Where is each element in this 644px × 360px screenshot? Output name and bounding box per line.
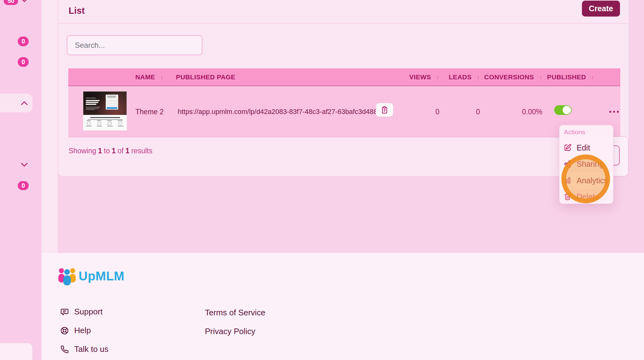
thumbnail-cta-button — [107, 107, 117, 109]
trash-icon — [564, 193, 572, 201]
sidebar-count-badge-1: 0 — [18, 37, 29, 46]
page-title: List — [69, 6, 85, 16]
actions-menu: Actions Edit Sharing Analy — [559, 125, 613, 204]
upmlm-logo-icon — [57, 267, 77, 286]
copy-url-button[interactable] — [376, 103, 393, 117]
chevron-up-icon[interactable] — [21, 101, 28, 105]
footer-background — [41, 253, 644, 360]
analytics-icon — [564, 176, 572, 185]
list-card: List Create NAME ↑↓ PUBLISHED PAGE VIEWS… — [58, 0, 629, 176]
chevron-down-icon[interactable] — [21, 163, 28, 167]
thumbnail-hero — [83, 91, 127, 115]
lifebuoy-icon — [60, 326, 69, 335]
menu-item-edit[interactable]: Edit — [559, 140, 614, 156]
footer-link-privacy[interactable]: Privacy Policy — [205, 327, 255, 336]
card-header: List Create — [58, 0, 629, 23]
menu-item-analytics[interactable]: Analytics — [559, 172, 614, 189]
edit-icon — [564, 144, 572, 152]
actions-menu-label: Actions — [564, 128, 585, 136]
table-header: NAME ↑↓ PUBLISHED PAGE VIEWS ↑↓ LEADS ↑↓… — [68, 68, 620, 86]
menu-item-delete[interactable]: Delete — [559, 189, 614, 205]
content-gutter — [41, 0, 58, 253]
column-header-conversions[interactable]: CONVERSIONS ↑↓ — [483, 68, 542, 86]
create-button[interactable]: Create — [582, 1, 620, 17]
landing-page-thumbnail[interactable] — [83, 91, 127, 130]
column-header-published[interactable]: PUBLISHED ↑↓ — [549, 68, 594, 86]
sort-icon: ↑↓ — [589, 74, 594, 80]
chevron-down-icon — [21, 0, 28, 2]
sidebar-bottom-panel — [0, 343, 33, 360]
row-name: Theme 2 — [135, 86, 164, 137]
sort-icon: ↑↓ — [434, 74, 439, 80]
sort-icon: ↑↓ — [474, 74, 480, 80]
thumbnail-form — [106, 95, 118, 110]
footer-link-terms[interactable]: Terms of Service — [205, 308, 265, 318]
published-toggle[interactable] — [554, 105, 572, 115]
search-input[interactable] — [67, 35, 202, 55]
toggle-knob — [563, 106, 571, 114]
brand-name: UpMLM — [79, 269, 124, 283]
footer-link-help[interactable]: Help — [60, 326, 91, 335]
row-conversions: 0.00% — [483, 86, 542, 137]
thumbnail-lower-section — [83, 115, 127, 130]
sidebar: 50 0 0 0 — [0, 0, 41, 360]
row-published-url: https://app.upmlm.com/lp/d42a2083-83f7-4… — [178, 86, 381, 137]
sidebar-selected-item[interactable] — [0, 94, 32, 112]
sidebar-count-badge-top: 50 — [4, 0, 18, 5]
table-row: Theme 2 https://app.upmlm.com/lp/d42a208… — [68, 86, 620, 137]
row-leads: 0 — [439, 86, 480, 137]
footer-link-support[interactable]: Support — [60, 307, 103, 317]
phone-icon — [60, 345, 69, 354]
footer-link-talk-to-us[interactable]: Talk to us — [60, 344, 109, 354]
column-header-views[interactable]: VIEWS ↑↓ — [399, 68, 439, 86]
sidebar-count-badge-3: 0 — [18, 181, 29, 190]
share-icon — [564, 160, 572, 168]
sort-icon: ↑↓ — [537, 74, 542, 80]
chat-bubble-icon — [60, 308, 69, 316]
column-header-leads[interactable]: LEADS ↑↓ — [439, 68, 480, 86]
sidebar-count-badge-2: 0 — [18, 57, 29, 67]
row-views: 0 — [399, 86, 439, 137]
sort-icon: ↑↓ — [158, 74, 163, 80]
app-root: 50 0 0 0 List Create NAME ↑↓ — [0, 0, 644, 360]
clipboard-icon — [380, 106, 389, 114]
results-summary: Showing1to1of1results — [69, 147, 154, 155]
column-header-name[interactable]: NAME ↑↓ — [135, 68, 163, 86]
column-header-published-page[interactable]: PUBLISHED PAGE — [176, 68, 235, 86]
menu-item-sharing[interactable]: Sharing — [559, 156, 614, 172]
